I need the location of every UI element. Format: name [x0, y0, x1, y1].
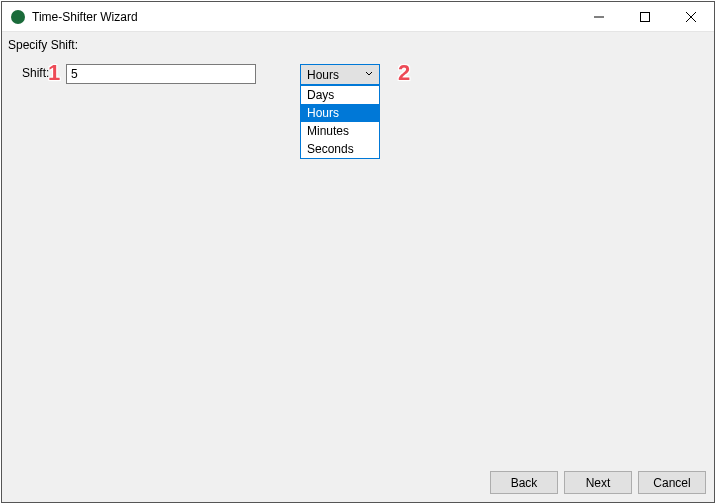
- unit-dropdown-list: Days Hours Minutes Seconds: [300, 85, 380, 159]
- annotation-1: 1: [48, 60, 60, 86]
- unit-combobox[interactable]: Hours: [300, 64, 380, 85]
- minimize-button[interactable]: [576, 2, 622, 31]
- client-area: Specify Shift: Shift: Hours Days Hours M…: [2, 32, 714, 502]
- shift-label: Shift:: [22, 66, 49, 80]
- next-button[interactable]: Next: [564, 471, 632, 494]
- unit-option-seconds[interactable]: Seconds: [301, 140, 379, 158]
- chevron-down-icon: [363, 68, 375, 80]
- button-bar: Back Next Cancel: [490, 471, 706, 494]
- section-label: Specify Shift:: [8, 38, 78, 52]
- titlebar: Time-Shifter Wizard: [2, 2, 714, 32]
- svg-point-0: [11, 10, 25, 24]
- close-button[interactable]: [668, 2, 714, 31]
- unit-option-days[interactable]: Days: [301, 86, 379, 104]
- unit-option-hours[interactable]: Hours: [301, 104, 379, 122]
- app-icon: [10, 9, 26, 25]
- wizard-window: Time-Shifter Wizard Specify Shift: Shift…: [1, 1, 715, 503]
- svg-rect-2: [641, 12, 650, 21]
- annotation-2: 2: [398, 60, 410, 86]
- shift-input[interactable]: [66, 64, 256, 84]
- window-controls: [576, 2, 714, 31]
- window-title: Time-Shifter Wizard: [32, 10, 138, 24]
- unit-option-minutes[interactable]: Minutes: [301, 122, 379, 140]
- back-button[interactable]: Back: [490, 471, 558, 494]
- maximize-button[interactable]: [622, 2, 668, 31]
- unit-selected-label: Hours: [307, 68, 339, 82]
- cancel-button[interactable]: Cancel: [638, 471, 706, 494]
